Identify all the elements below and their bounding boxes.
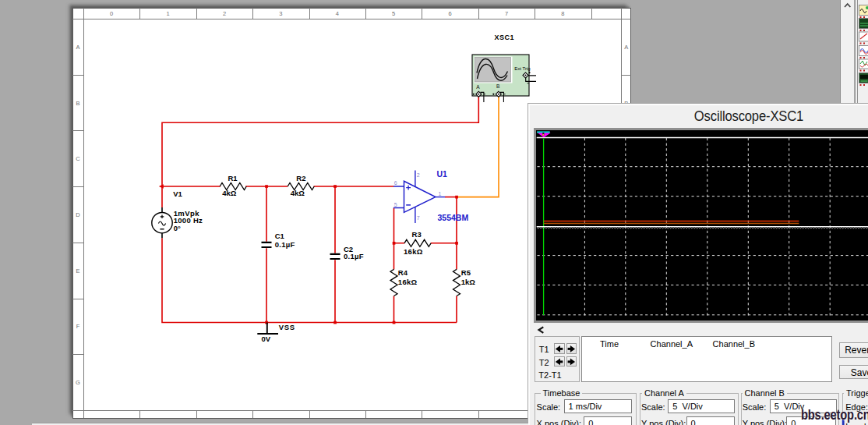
svg-text:V1: V1 bbox=[173, 189, 182, 198]
svg-text:0.1µF: 0.1µF bbox=[344, 252, 364, 260]
svg-text:R3: R3 bbox=[412, 230, 422, 239]
svg-text:0.1µF: 0.1µF bbox=[275, 240, 295, 249]
svg-text:5: 5 bbox=[394, 202, 397, 207]
svg-text:16kΩ: 16kΩ bbox=[398, 278, 418, 286]
svg-text:Ext Trig: Ext Trig bbox=[514, 66, 530, 71]
svg-text:1: 1 bbox=[439, 191, 442, 197]
svg-text:B: B bbox=[496, 83, 499, 89]
svg-text:2: 2 bbox=[417, 172, 420, 178]
svg-text:4kΩ: 4kΩ bbox=[291, 189, 305, 197]
svg-text:1kΩ: 1kΩ bbox=[461, 278, 476, 286]
svg-text:6: 6 bbox=[394, 180, 397, 186]
svg-text:C1: C1 bbox=[275, 232, 285, 240]
svg-text:0V: 0V bbox=[261, 335, 270, 343]
svg-text:XSC1: XSC1 bbox=[495, 34, 515, 41]
svg-text:R2: R2 bbox=[296, 174, 305, 182]
svg-text:R4: R4 bbox=[398, 268, 408, 277]
svg-text:3554BM: 3554BM bbox=[438, 213, 469, 222]
svg-text:4kΩ: 4kΩ bbox=[222, 189, 237, 197]
svg-text:0°: 0° bbox=[174, 224, 181, 232]
svg-text:16kΩ: 16kΩ bbox=[404, 247, 423, 256]
svg-text:R5: R5 bbox=[461, 268, 471, 277]
svg-text:U1: U1 bbox=[437, 169, 448, 179]
svg-text:7: 7 bbox=[417, 215, 420, 221]
svg-text:R1: R1 bbox=[228, 174, 238, 182]
svg-text:A: A bbox=[476, 84, 480, 90]
svg-text:VSS: VSS bbox=[279, 323, 295, 331]
